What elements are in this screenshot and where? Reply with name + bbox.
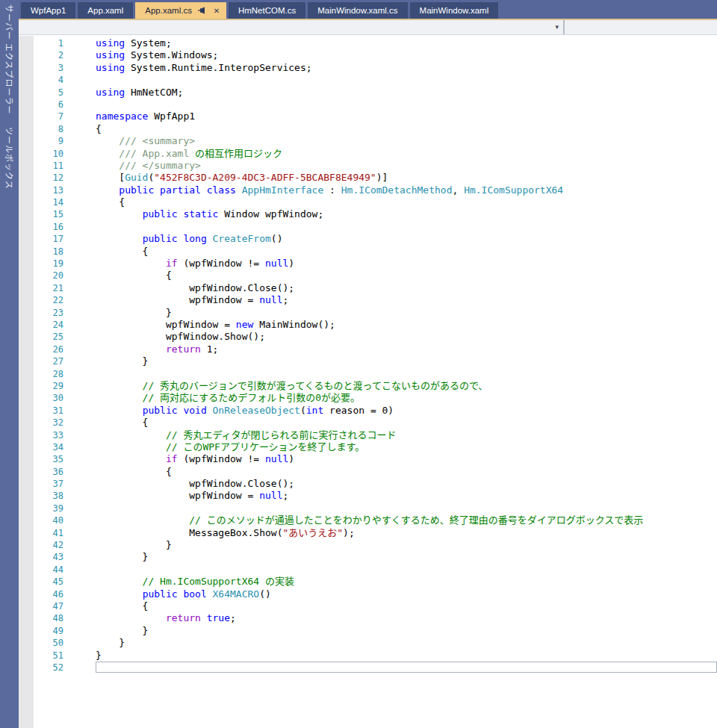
line-number: 24 bbox=[19, 319, 63, 331]
code-text[interactable]: [Guid("452F8C3D-A209-4DC3-ADFF-5BCABF8E4… bbox=[96, 172, 717, 184]
code-text[interactable]: using System.Runtime.InteropServices; bbox=[96, 62, 717, 74]
code-text[interactable]: // このメソッドが通過したことをわかりやすくするため、終了理由の番号をダイアロ… bbox=[96, 514, 717, 526]
code-line: 45 // Hm.IComSupportX64 の実装 bbox=[19, 576, 717, 588]
code-text[interactable]: { bbox=[96, 123, 717, 135]
line-number: 48 bbox=[19, 612, 63, 624]
code-line: 11 /// </summary> bbox=[19, 160, 717, 172]
code-line: 7namespace WpfApp1 bbox=[19, 111, 717, 122]
code-text[interactable]: { bbox=[96, 466, 717, 478]
code-editor[interactable]: 1using System;2using System.Windows;3usi… bbox=[19, 36, 717, 728]
tab-hmnetcom-cs[interactable]: HmNetCOM.cs bbox=[229, 2, 305, 19]
tab-label: App.xaml bbox=[87, 6, 123, 15]
code-text[interactable]: public void OnReleaseObject(int reason =… bbox=[96, 405, 717, 417]
code-text[interactable]: } bbox=[96, 539, 717, 551]
line-number: 32 bbox=[19, 417, 63, 429]
code-text[interactable]: wpfWindow = null; bbox=[96, 490, 717, 502]
chevron-down-icon: ▾ bbox=[555, 24, 559, 31]
sidebar-item-server-explorer[interactable]: サーバー エクスプローラー bbox=[4, 4, 16, 115]
code-text[interactable]: wpfWindow.Show(); bbox=[96, 331, 717, 343]
code-text[interactable]: { bbox=[96, 600, 717, 612]
code-text[interactable]: } bbox=[96, 650, 717, 662]
code-text[interactable]: if (wpfWindow != null) bbox=[96, 258, 717, 270]
code-text[interactable] bbox=[96, 99, 717, 111]
code-line: 15 public static Window wpfWindow; bbox=[19, 208, 717, 220]
code-line: 46 public bool X64MACRO() bbox=[19, 588, 717, 600]
line-number: 39 bbox=[19, 503, 63, 514]
code-text[interactable]: } bbox=[96, 307, 717, 319]
code-text[interactable] bbox=[96, 564, 717, 576]
code-text[interactable]: using System.Windows; bbox=[96, 49, 717, 61]
code-text[interactable]: { bbox=[96, 246, 717, 258]
line-number: 51 bbox=[19, 650, 63, 662]
tab-mainwindow-xaml-cs[interactable]: MainWindow.xaml.cs bbox=[308, 2, 407, 19]
code-text[interactable]: } bbox=[96, 551, 717, 563]
code-text[interactable]: public long CreateFrom() bbox=[96, 233, 717, 245]
line-number: 34 bbox=[19, 441, 63, 453]
code-text[interactable]: using HmNetCOM; bbox=[96, 87, 717, 99]
line-number: 6 bbox=[19, 99, 63, 111]
code-text[interactable] bbox=[96, 503, 717, 514]
code-line: 9 /// <summary> bbox=[19, 135, 717, 147]
caret-line[interactable] bbox=[96, 662, 717, 673]
tab-app-xaml-cs-active[interactable]: App.xaml.cs ✕ bbox=[135, 2, 226, 19]
members-dropdown[interactable] bbox=[565, 20, 717, 34]
code-text[interactable] bbox=[96, 368, 717, 380]
navigation-bar: ▾ bbox=[19, 20, 717, 35]
pin-icon[interactable] bbox=[196, 5, 207, 16]
code-line: 28 bbox=[19, 368, 717, 380]
sidebar-item-toolbox[interactable]: ツールボックス bbox=[4, 127, 16, 190]
code-line: 51} bbox=[19, 650, 717, 662]
line-number: 26 bbox=[19, 343, 63, 355]
line-number: 15 bbox=[19, 208, 63, 220]
line-number: 36 bbox=[19, 466, 63, 478]
types-dropdown[interactable]: ▾ bbox=[19, 20, 563, 34]
code-text[interactable]: public partial class AppHmInterface : Hm… bbox=[96, 184, 717, 196]
code-text[interactable]: public bool X64MACRO() bbox=[96, 588, 717, 600]
tab-app-xaml[interactable]: App.xaml bbox=[78, 2, 133, 19]
code-text[interactable] bbox=[96, 221, 717, 233]
code-text[interactable]: } bbox=[96, 637, 717, 649]
code-text[interactable]: /// <summary> bbox=[96, 135, 717, 147]
code-text[interactable]: if (wpfWindow != null) bbox=[96, 453, 717, 465]
code-line: 31 public void OnReleaseObject(int reaso… bbox=[19, 405, 717, 417]
code-text[interactable]: using System; bbox=[96, 37, 717, 49]
code-text[interactable]: { bbox=[96, 196, 717, 208]
code-text[interactable]: // 両対応にするためデフォルト引数の0が必要。 bbox=[96, 392, 717, 404]
code-line: 25 wpfWindow.Show(); bbox=[19, 331, 717, 343]
line-number: 10 bbox=[19, 148, 63, 160]
code-text[interactable]: return true; bbox=[96, 612, 717, 624]
code-text[interactable] bbox=[96, 74, 717, 86]
line-number: 17 bbox=[19, 233, 63, 245]
code-text[interactable]: } bbox=[96, 625, 717, 637]
code-text[interactable]: { bbox=[96, 270, 717, 281]
code-line: 47 { bbox=[19, 600, 717, 612]
tab-wpfapp1[interactable]: WpfApp1 bbox=[21, 2, 75, 19]
code-text[interactable]: /// App.xaml の相互作用ロジック bbox=[96, 148, 717, 160]
code-line: 6 bbox=[19, 99, 717, 111]
line-number: 33 bbox=[19, 429, 63, 441]
code-line: 24 wpfWindow = new MainWindow(); bbox=[19, 319, 717, 331]
tab-mainwindow-xaml[interactable]: MainWindow.xaml bbox=[410, 2, 499, 19]
code-line: 48 return true; bbox=[19, 612, 717, 624]
code-text[interactable]: namespace WpfApp1 bbox=[96, 111, 717, 122]
code-text[interactable]: MessageBox.Show("あいうえお"); bbox=[96, 527, 717, 539]
code-text[interactable]: // 秀丸エディタが閉じられる前に実行されるコード bbox=[96, 429, 717, 441]
close-icon[interactable]: ✕ bbox=[211, 5, 222, 16]
code-text[interactable]: return 1; bbox=[96, 343, 717, 355]
code-text[interactable]: /// </summary> bbox=[96, 160, 717, 172]
code-text[interactable]: // Hm.IComSupportX64 の実装 bbox=[96, 576, 717, 588]
code-text[interactable]: wpfWindow = new MainWindow(); bbox=[96, 319, 717, 331]
code-text[interactable]: { bbox=[96, 417, 717, 429]
code-line: 52 bbox=[19, 662, 717, 673]
code-line: 40 // このメソッドが通過したことをわかりやすくするため、終了理由の番号をダ… bbox=[19, 514, 717, 526]
line-number: 3 bbox=[19, 62, 63, 74]
line-number: 40 bbox=[19, 514, 63, 526]
code-text[interactable]: wpfWindow.Close(); bbox=[96, 478, 717, 490]
code-text[interactable]: } bbox=[96, 355, 717, 367]
code-text[interactable]: wpfWindow = null; bbox=[96, 294, 717, 306]
line-number: 13 bbox=[19, 184, 63, 196]
code-text[interactable]: wpfWindow.Close(); bbox=[96, 282, 717, 294]
code-text[interactable]: // このWPFアプリケーションを終了します。 bbox=[96, 441, 717, 453]
code-text[interactable]: public static Window wpfWindow; bbox=[96, 208, 717, 220]
code-text[interactable]: // 秀丸のバージョンで引数が渡ってくるものと渡ってこないものがあるので、 bbox=[96, 380, 717, 392]
